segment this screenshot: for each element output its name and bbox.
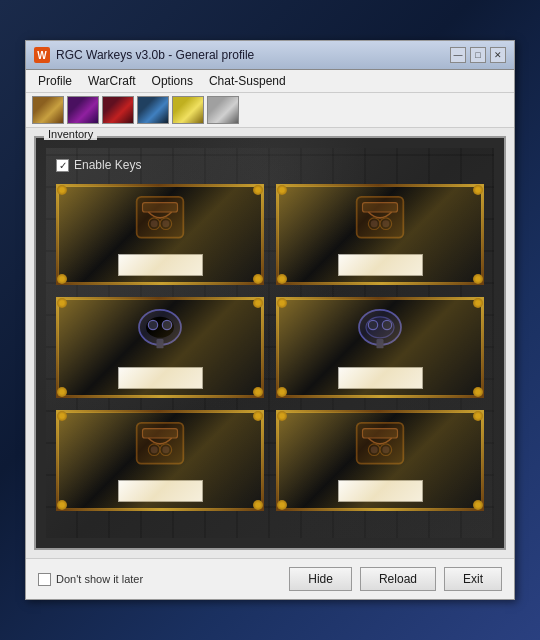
inventory-frame: Inventory ✓ Enable Keys: [34, 136, 506, 550]
slot-2-corner-tr: [473, 185, 483, 195]
slot-3: [56, 297, 264, 398]
dont-show-row: Don't show it later: [38, 573, 143, 586]
menu-chat-suspend[interactable]: Chat-Suspend: [201, 72, 294, 90]
dont-show-label: Don't show it later: [56, 573, 143, 585]
slot-1-corner-br: [253, 274, 263, 284]
svg-rect-23: [143, 429, 178, 438]
svg-point-15: [162, 321, 171, 330]
slot-3-corner-bl: [57, 387, 67, 397]
svg-rect-5: [162, 221, 169, 228]
slot-2-corner-br: [473, 274, 483, 284]
svg-rect-16: [157, 339, 164, 348]
slot-6-corner-bl: [277, 500, 287, 510]
slots-grid: [56, 184, 484, 511]
svg-rect-4: [151, 221, 158, 228]
slot-1-corner-tr: [253, 185, 263, 195]
slot-4-corner-tl: [277, 298, 287, 308]
slot-3-corner-tr: [253, 298, 263, 308]
inventory-label: Inventory: [44, 128, 97, 140]
svg-rect-10: [371, 221, 378, 228]
title-bar: W RGC Warkeys v3.0b - General profile — …: [26, 41, 514, 70]
slot-5: [56, 410, 264, 511]
slot-2: [276, 184, 484, 285]
slot-5-corner-tl: [57, 411, 67, 421]
menu-warcraft[interactable]: WarCraft: [80, 72, 144, 90]
slot-4-key-input[interactable]: [338, 367, 423, 389]
slot-6-corner-tr: [473, 411, 483, 421]
toolbar: [26, 93, 514, 128]
svg-rect-1: [143, 203, 178, 212]
reload-button[interactable]: Reload: [360, 567, 436, 591]
slot-1: [56, 184, 264, 285]
window-title: RGC Warkeys v3.0b - General profile: [56, 48, 254, 62]
toolbar-btn-2[interactable]: [67, 96, 99, 124]
slot-5-corner-bl: [57, 500, 67, 510]
svg-rect-32: [371, 447, 378, 454]
main-window: W RGC Warkeys v3.0b - General profile — …: [25, 40, 515, 600]
slot-1-corner-tl: [57, 185, 67, 195]
svg-point-14: [148, 321, 157, 330]
slot-5-icon: [125, 419, 195, 474]
title-controls: — □ ✕: [450, 47, 506, 63]
svg-rect-27: [162, 447, 169, 454]
dont-show-checkbox[interactable]: [38, 573, 51, 586]
slot-5-corner-tr: [253, 411, 263, 421]
slot-4-corner-br: [473, 387, 483, 397]
slot-3-key-input[interactable]: [118, 367, 203, 389]
slot-1-icon: [125, 193, 195, 248]
slot-4: [276, 297, 484, 398]
exit-button[interactable]: Exit: [444, 567, 502, 591]
toolbar-btn-4[interactable]: [137, 96, 169, 124]
slot-3-corner-tl: [57, 298, 67, 308]
menu-options[interactable]: Options: [144, 72, 201, 90]
slot-3-corner-br: [253, 387, 263, 397]
svg-rect-11: [382, 221, 389, 228]
slot-6-key-input[interactable]: [338, 480, 423, 502]
toolbar-btn-1[interactable]: [32, 96, 64, 124]
enable-keys-label: Enable Keys: [74, 158, 141, 172]
app-icon: W: [34, 47, 50, 63]
slot-1-key-input[interactable]: [118, 254, 203, 276]
svg-point-19: [368, 321, 377, 330]
slot-4-icon: [345, 306, 415, 361]
slot-4-corner-bl: [277, 387, 287, 397]
menu-profile[interactable]: Profile: [30, 72, 80, 90]
close-button[interactable]: ✕: [490, 47, 506, 63]
svg-rect-33: [382, 447, 389, 454]
slot-2-key-input[interactable]: [338, 254, 423, 276]
main-content: Inventory ✓ Enable Keys: [26, 128, 514, 558]
hide-button[interactable]: Hide: [289, 567, 352, 591]
slot-6-icon: [345, 419, 415, 474]
toolbar-btn-3[interactable]: [102, 96, 134, 124]
slot-4-corner-tr: [473, 298, 483, 308]
slot-6: [276, 410, 484, 511]
svg-rect-26: [151, 447, 158, 454]
minimize-button[interactable]: —: [450, 47, 466, 63]
slot-5-corner-br: [253, 500, 263, 510]
maximize-button[interactable]: □: [470, 47, 486, 63]
slot-2-corner-bl: [277, 274, 287, 284]
svg-rect-7: [363, 203, 398, 212]
slot-2-icon: [345, 193, 415, 248]
svg-rect-29: [363, 429, 398, 438]
slot-6-corner-tl: [277, 411, 287, 421]
toolbar-btn-6[interactable]: [207, 96, 239, 124]
slot-2-corner-tl: [277, 185, 287, 195]
menu-bar: Profile WarCraft Options Chat-Suspend: [26, 70, 514, 93]
slot-3-icon: [125, 306, 195, 361]
footer: Don't show it later Hide Reload Exit: [26, 558, 514, 599]
footer-buttons: Hide Reload Exit: [289, 567, 502, 591]
inventory-background: ✓ Enable Keys: [46, 148, 494, 538]
slot-5-key-input[interactable]: [118, 480, 203, 502]
slot-1-corner-bl: [57, 274, 67, 284]
svg-rect-21: [377, 339, 384, 348]
enable-keys-checkbox[interactable]: ✓: [56, 159, 69, 172]
enable-keys-row: ✓ Enable Keys: [56, 158, 484, 172]
slot-6-corner-br: [473, 500, 483, 510]
svg-point-20: [382, 321, 391, 330]
toolbar-btn-5[interactable]: [172, 96, 204, 124]
